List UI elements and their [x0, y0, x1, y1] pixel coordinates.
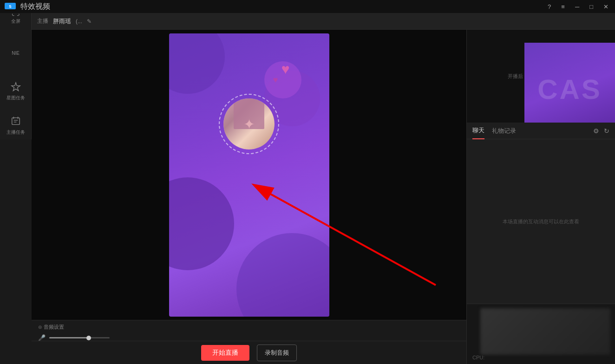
sidebar-item-host-task[interactable]: 主播任务	[0, 112, 31, 139]
minimize-button[interactable]: ─	[572, 2, 582, 11]
svg-rect-2	[12, 118, 20, 125]
nie-label: NIE	[12, 51, 20, 56]
avatar-container	[219, 94, 279, 154]
tab-gift[interactable]: 礼物记录	[492, 123, 516, 139]
left-sidebar: ⛶ 全屏 NIE 星图任务 主播任务	[0, 0, 32, 139]
star-task-icon	[11, 82, 21, 93]
sidebar-item-star-task[interactable]: 星图任务	[0, 78, 31, 105]
settings-icon[interactable]: ⚙	[593, 127, 599, 135]
video-preview: ♥ ♥	[32, 30, 466, 320]
content-area: ♥ ♥ ⊙ 音频设置 🎤 🔊 合	[32, 30, 466, 364]
record-audio-button[interactable]: 录制音频	[257, 344, 297, 361]
mic-slider-thumb[interactable]	[86, 336, 91, 340]
bg-circle-5	[236, 233, 329, 317]
star-task-label: 星图任务	[7, 95, 25, 101]
chat-empty-text: 本场直播的互动消息可以在此查看	[493, 218, 589, 225]
start-live-button[interactable]: 开始直播	[201, 345, 249, 361]
edit-streamer-icon[interactable]: ✎	[87, 18, 92, 25]
mic-slider[interactable]	[49, 337, 110, 338]
tab-chat[interactable]: 聊天	[472, 123, 484, 139]
refresh-icon[interactable]: ↻	[604, 127, 609, 135]
right-bottom-area: CPU:	[467, 304, 615, 364]
menu-button[interactable]: ≡	[558, 2, 568, 11]
svg-text:5: 5	[9, 4, 11, 9]
cas-text: CAS	[537, 73, 602, 105]
titlebar: 5 特效视频 ? ≡ ─ □ ✕	[0, 0, 615, 13]
help-button[interactable]: ?	[545, 2, 554, 11]
bg-circle-4	[169, 177, 234, 270]
right-tabs: 聊天 礼物记录 ⚙ ↻	[467, 123, 615, 139]
right-panel: 本场榜 CAS 开播后，可了解本场做礼来来 聊天 礼物记录 ⚙ ↻ 本场直播的互…	[466, 13, 615, 364]
fullscreen-label: 全屏	[11, 18, 20, 25]
mic-slider-fill	[49, 337, 89, 338]
titlebar-controls: ? ≡ ─ □ ✕	[545, 2, 611, 11]
preview-screen: ♥ ♥	[169, 33, 329, 317]
mic-row: 🎤	[38, 334, 460, 341]
titlebar-left: 5 特效视频	[4, 2, 50, 12]
top-bar: 主播 胖雨瑶 (... ✎	[32, 13, 615, 30]
streamer-prefix-label: 主播	[37, 17, 48, 25]
titlebar-title: 特效视频	[20, 2, 50, 12]
action-bar: 开始直播 录制音频	[32, 341, 466, 364]
avatar	[223, 98, 275, 150]
audio-settings-label[interactable]: ⊙ 音频设置	[38, 324, 460, 331]
cas-area: CAS	[524, 43, 615, 123]
host-task-icon	[11, 116, 21, 128]
close-button[interactable]: ✕	[601, 2, 611, 11]
cpu-label: CPU:	[472, 355, 484, 360]
right-tab-icons: ⚙ ↻	[593, 127, 609, 135]
streamer-suffix: (...	[76, 18, 82, 25]
heart-decoration-2: ♥	[273, 75, 278, 85]
right-banner: CAS 开播后，可了解本场做礼来来	[467, 30, 615, 123]
maximize-button[interactable]: □	[587, 2, 596, 11]
bottom-content-blur	[480, 308, 610, 355]
host-task-label: 主播任务	[7, 129, 25, 136]
right-chat-area: 本场直播的互动消息可以在此查看	[467, 139, 615, 304]
avatar-photo	[223, 98, 275, 150]
streamer-name: 胖雨瑶	[53, 17, 71, 26]
bg-circle-1	[169, 33, 225, 94]
app-logo: 5	[4, 2, 17, 11]
heart-decoration-1: ♥	[281, 61, 290, 77]
mic-icon: 🎤	[38, 334, 46, 341]
sidebar-item-nie[interactable]: NIE	[0, 47, 31, 59]
